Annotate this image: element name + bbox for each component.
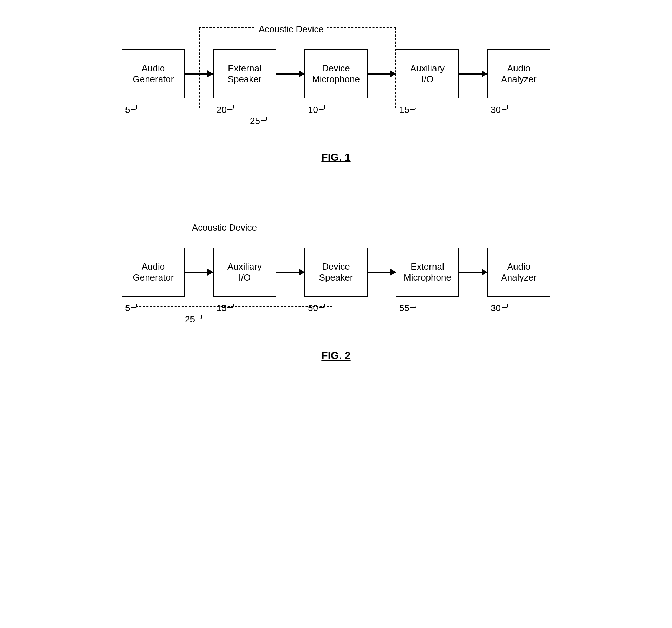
ref-20: 20 bbox=[217, 104, 234, 115]
curve-1 bbox=[131, 105, 137, 110]
acoustic-device-label-2: Acoustic Device bbox=[188, 222, 260, 233]
box-wrapper-ext-speaker: External Speaker 20 bbox=[213, 49, 276, 98]
auxiliary-io-1-box: Auxiliary I/O bbox=[396, 49, 459, 98]
box-wrapper-audio-analyzer-1: Audio Analyzer 30 bbox=[487, 49, 550, 98]
ref-50: 50 bbox=[308, 303, 325, 314]
acoustic-device-label-1: Acoustic Device bbox=[255, 24, 327, 35]
curve-6 bbox=[131, 304, 137, 308]
ref-15-2: 15 bbox=[217, 303, 234, 314]
ref-15-1: 15 bbox=[399, 104, 416, 115]
ref-55: 55 bbox=[399, 303, 416, 314]
ref-5-2: 5 bbox=[125, 303, 137, 314]
box-wrapper-ext-mic: External Microphone 55 bbox=[396, 248, 459, 297]
box-wrapper-device-mic: Device Microphone 10 bbox=[304, 49, 368, 98]
curve-2 bbox=[227, 105, 234, 110]
box-wrapper-audio-analyzer-2: Audio Analyzer 30 bbox=[487, 248, 550, 297]
arrow-2 bbox=[276, 73, 304, 75]
curve-5 bbox=[502, 105, 508, 110]
box-wrapper-aux-io-1: Auxiliary I/O 15 bbox=[396, 49, 459, 98]
box-wrapper-device-speaker: Device Speaker 50 bbox=[304, 248, 368, 297]
ref-30-2: 30 bbox=[491, 303, 508, 314]
curve-9 bbox=[410, 304, 416, 308]
curve-25-2 bbox=[196, 315, 202, 319]
curve-8 bbox=[319, 304, 325, 308]
fig1-container: Acoustic Device Audio Generator 5 Extern… bbox=[37, 21, 635, 163]
external-microphone-box: External Microphone bbox=[396, 248, 459, 297]
external-speaker-box: External Speaker bbox=[213, 49, 276, 98]
audio-generator-1-box: Audio Generator bbox=[122, 49, 185, 98]
arrow-3 bbox=[368, 73, 396, 75]
dashed-ref-25-1: 25 bbox=[250, 116, 267, 127]
audio-generator-2-box: Audio Generator bbox=[122, 248, 185, 297]
curve-25-1 bbox=[261, 117, 267, 121]
ref-10: 10 bbox=[308, 104, 325, 115]
box-wrapper-aux-io-2: Auxiliary I/O 15 bbox=[213, 248, 276, 297]
arrow-5 bbox=[185, 272, 213, 273]
curve-7 bbox=[227, 304, 234, 308]
arrow-4 bbox=[459, 73, 487, 75]
curve-3 bbox=[319, 105, 325, 110]
box-wrapper-audio-gen-1: Audio Generator 5 bbox=[122, 49, 185, 98]
arrow-6 bbox=[276, 272, 304, 273]
curve-10 bbox=[502, 304, 508, 308]
ref-30-1: 30 bbox=[491, 104, 508, 115]
fig2-container: Acoustic Device Audio Generator 5 Auxili… bbox=[37, 219, 635, 361]
fig1-label: FIG. 1 bbox=[37, 151, 635, 163]
fig2-label: FIG. 2 bbox=[37, 350, 635, 361]
box-wrapper-audio-gen-2: Audio Generator 5 bbox=[122, 248, 185, 297]
dashed-ref-25-2: 25 bbox=[185, 314, 202, 325]
arrow-7 bbox=[368, 272, 396, 273]
auxiliary-io-2-box: Auxiliary I/O bbox=[213, 248, 276, 297]
device-microphone-box: Device Microphone bbox=[304, 49, 368, 98]
arrow-8 bbox=[459, 272, 487, 273]
ref-5-1: 5 bbox=[125, 104, 137, 115]
device-speaker-box: Device Speaker bbox=[304, 248, 368, 297]
fig1-diagram: Acoustic Device Audio Generator 5 Extern… bbox=[37, 21, 635, 130]
arrow-1 bbox=[185, 73, 213, 75]
audio-analyzer-2-box: Audio Analyzer bbox=[487, 248, 550, 297]
audio-analyzer-1-box: Audio Analyzer bbox=[487, 49, 550, 98]
curve-4 bbox=[410, 105, 416, 110]
fig2-diagram: Acoustic Device Audio Generator 5 Auxili… bbox=[37, 219, 635, 328]
